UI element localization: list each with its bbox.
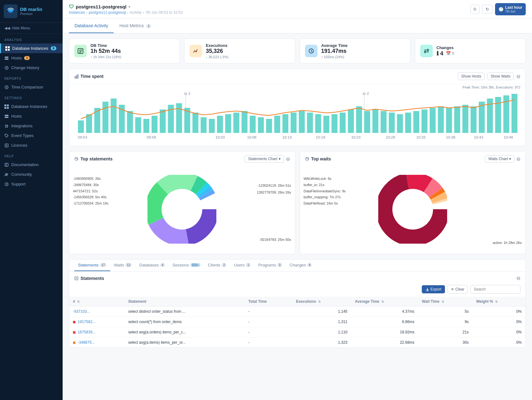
export-button[interactable]: Export: [422, 285, 445, 293]
sidebar-item-support[interactable]: Support: [0, 179, 63, 189]
btab-programs[interactable]: Programs 3: [255, 260, 286, 271]
server-icon-2: [4, 114, 9, 119]
clear-button[interactable]: ✕ Clear: [447, 285, 468, 294]
sidebar-item-documentation[interactable]: Documentation: [0, 160, 63, 170]
svg-rect-18: [5, 144, 8, 147]
svg-text:10:48: 10:48: [504, 136, 513, 139]
svg-rect-60: [307, 113, 313, 133]
reports-section: REPORTS Time Comparison: [0, 73, 63, 92]
waits-labels-left: WALWriteLock: 6s buffer_io: 21s DataFile…: [304, 176, 346, 207]
sidebar-item-hosts[interactable]: Hosts 1: [0, 53, 63, 63]
svg-text:10:13: 10:13: [282, 136, 292, 139]
metric-db-time: DB Time 1h 52m 44s ↑ 1h 34m 21s (19%): [69, 38, 180, 63]
btab-waits[interactable]: Waits 12: [110, 260, 136, 271]
sidebar-item-database-instances[interactable]: Database Instances 6: [0, 43, 63, 53]
metric-cards: DB Time 1h 52m 44s ↑ 1h 34m 21s (19%) Ex…: [69, 38, 526, 63]
svg-rect-52: [241, 111, 247, 133]
help-label: HELP: [0, 150, 63, 160]
support-icon: [4, 182, 9, 186]
svg-rect-27: [77, 75, 78, 78]
statements-chart-button[interactable]: Statements Chart ▾: [245, 155, 284, 163]
copy-button[interactable]: ⎘: [470, 5, 480, 14]
cell-id[interactable]: -348675...: [69, 337, 125, 348]
table-row: -937103... select distinct order_status …: [69, 306, 525, 317]
svg-point-8: [8, 57, 8, 58]
dropdown-arrow[interactable]: ▾: [128, 5, 130, 9]
svg-text:10:03: 10:03: [215, 136, 225, 139]
btab-users[interactable]: Users 1: [230, 260, 255, 271]
collapse-stmt-button[interactable]: ⊖: [516, 275, 520, 281]
show-waits-button[interactable]: Show Waits: [487, 73, 514, 80]
shield-icon: 🛡: [69, 4, 74, 10]
logo-text: DB marlin: [20, 7, 42, 12]
tab-host-metrics[interactable]: Host Metrics 1: [114, 19, 157, 33]
sidebar-item-change-history[interactable]: Change History: [0, 63, 63, 73]
sidebar-item-licences[interactable]: Licences: [0, 140, 63, 150]
logo-box: [4, 4, 18, 18]
main-content: 🛡 postgres11-postgresql ▾ Instances › po…: [63, 0, 532, 400]
svg-rect-79: [462, 105, 468, 133]
top-waits-title: Top waits: [305, 156, 331, 161]
last-hour-button[interactable]: 🕐 Last hour 7th Jun: [495, 3, 526, 15]
waits-label-active: active: 1h 28m 26s: [493, 241, 522, 245]
collapse-statements-button[interactable]: ⊖: [286, 156, 290, 162]
show-hosts-button[interactable]: Show Hosts: [458, 73, 485, 80]
col-avg-time: Average Time ⇅: [351, 297, 418, 306]
btab-databases[interactable]: Databases 4: [136, 260, 169, 271]
svg-rect-62: [323, 116, 329, 133]
btab-clients[interactable]: Clients 2: [204, 260, 230, 271]
search-input[interactable]: [470, 285, 520, 294]
svg-rect-47: [201, 117, 207, 133]
hide-menu-button[interactable]: ◀◀ Hide Menu: [0, 23, 63, 34]
btab-changes[interactable]: Changes 4: [286, 260, 316, 271]
sidebar-item-event-types[interactable]: Event Types: [0, 131, 63, 140]
btab-statements[interactable]: Statements 17: [74, 260, 110, 271]
collapse-chart-button[interactable]: ⊖: [516, 73, 520, 79]
cell-statement: select distinct order_status from ...: [125, 306, 245, 317]
sidebar-item-integrations[interactable]: Integrations: [0, 121, 63, 131]
statements-labels-left: -1483950905: 26s -348675484: 30s 4471547…: [73, 176, 108, 207]
svg-text:⊟ 2: ⊟ 2: [363, 92, 369, 95]
svg-rect-44: [176, 103, 182, 133]
svg-rect-50: [225, 114, 231, 133]
book-icon: [4, 163, 9, 167]
svg-rect-66: [356, 106, 362, 133]
svg-rect-33: [86, 114, 92, 133]
svg-rect-55: [266, 119, 272, 133]
cell-executions: 1,311: [292, 317, 351, 327]
breadcrumb-instances[interactable]: Instances: [69, 10, 85, 15]
svg-rect-38: [127, 111, 133, 133]
svg-rect-25: [75, 77, 76, 78]
tab-database-activity[interactable]: Database Activity: [69, 19, 114, 33]
breadcrumb: Instances › postgres11-postgresql › Acti…: [69, 10, 183, 15]
waits-chart-button[interactable]: Waits Chart ▾: [485, 155, 514, 163]
svg-point-115: [392, 189, 433, 230]
cell-id[interactable]: 1875839...: [69, 327, 125, 337]
cell-weight: 0%: [473, 306, 525, 317]
btab-sessions[interactable]: Sessions 500+: [169, 260, 204, 271]
bottom-tabs-section: Statements 17 Waits 12 Databases 4 Sessi…: [69, 259, 526, 348]
svg-rect-41: [152, 116, 158, 133]
statements-label-bottom: -92164783: 25m 50s: [260, 238, 291, 241]
col-weight: Weight % ⇅: [473, 297, 525, 306]
svg-rect-72: [405, 113, 411, 133]
sidebar-item-time-comparison[interactable]: Time Comparison: [0, 82, 63, 92]
svg-rect-32: [78, 120, 84, 133]
refresh-button[interactable]: ↻: [482, 5, 493, 14]
cell-id[interactable]: 1917582...: [69, 317, 125, 327]
cell-id[interactable]: -937103...: [69, 306, 125, 317]
sidebar-item-hosts-settings[interactable]: Hosts: [0, 111, 63, 121]
sidebar-item-community[interactable]: Community: [0, 170, 63, 179]
collapse-waits-button[interactable]: ⊖: [516, 156, 520, 162]
svg-point-107: [162, 189, 202, 230]
top-statements-body: -1483950905: 26s -348675484: 30s 4471547…: [69, 166, 295, 254]
pie-icon-2: [305, 157, 309, 161]
export-icon: [426, 287, 429, 291]
svg-rect-78: [454, 106, 460, 133]
svg-point-9: [8, 59, 8, 59]
svg-rect-116: [75, 277, 78, 280]
breadcrumb-instance[interactable]: postgres11-postgresql: [89, 10, 126, 15]
sidebar-item-db-instances-settings[interactable]: Database Instances: [0, 102, 63, 111]
svg-rect-48: [209, 119, 215, 133]
svg-rect-35: [102, 102, 108, 133]
